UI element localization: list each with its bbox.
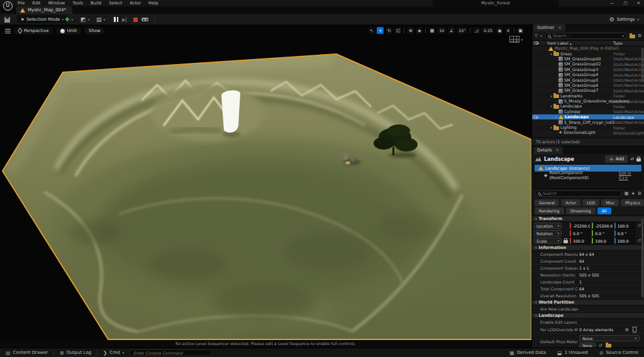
rotation-snap-toggle-icon[interactable]: ∠ <box>448 27 455 34</box>
viewport-layout-dropdown[interactable]: ▾ <box>509 36 523 43</box>
outliner-row[interactable]: ▾LandmarksFolder <box>532 94 644 99</box>
stop-button[interactable] <box>133 18 138 22</box>
add-component-button[interactable]: + Add <box>605 155 628 163</box>
favorites-icon[interactable]: ★ <box>631 191 635 196</box>
close-button[interactable]: ✕ <box>637 1 640 6</box>
lock-icon[interactable] <box>636 158 641 162</box>
outliner-search-input[interactable] <box>553 33 620 38</box>
expander-icon[interactable]: ▾ <box>549 126 553 129</box>
play-options-icon[interactable]: ⋮ <box>152 17 157 23</box>
minimize-button[interactable]: — <box>610 1 614 6</box>
viewport[interactable]: Perspective Unlit Show ↖+↻◱⊕◈▦10∠10°◿0.2… <box>0 25 531 348</box>
location-x-field[interactable]: -25200.0 <box>570 222 591 229</box>
rotation-snap-value[interactable]: 10° <box>457 27 467 34</box>
camera-speed-value[interactable]: 4 <box>505 27 511 34</box>
output-log-button[interactable]: ≣ Output Log <box>54 348 97 357</box>
lock-icon[interactable] <box>564 240 568 243</box>
details-search-input[interactable] <box>543 191 619 196</box>
menu-build[interactable]: Build <box>91 1 101 6</box>
rotate-tool-icon[interactable]: ↻ <box>386 27 392 34</box>
expander-icon[interactable]: ▾ <box>549 104 553 108</box>
create-folder-icon[interactable] <box>630 35 635 38</box>
project-name-tab[interactable]: Mystic_Forest <box>433 0 558 6</box>
expander-icon[interactable]: ▾ <box>549 52 553 56</box>
add-actor-dropdown[interactable]: ✚▾ <box>65 15 73 24</box>
category-pill-physics[interactable]: Physics <box>621 199 644 206</box>
scale-y-field[interactable]: 100.0 <box>592 238 613 244</box>
category-pill-general[interactable]: General <box>535 199 559 206</box>
select-tool-icon[interactable]: ↖ <box>368 27 375 34</box>
grid-snap-value[interactable]: 10 <box>437 27 446 34</box>
unsaved-button[interactable]: ⬓ 1 Unsaved <box>552 348 594 357</box>
settings-dropdown[interactable]: ⚙ Settings ▾ <box>609 15 639 24</box>
source-control-button[interactable]: ⊘ Source Control <box>594 348 644 357</box>
view-mode-dropdown[interactable]: Unlit <box>56 27 81 35</box>
maximize-viewport-icon[interactable]: ▣ <box>517 27 524 34</box>
outliner-row[interactable]: SM_GrassGroup3StaticMeshActor <box>532 67 644 72</box>
details-tab[interactable]: Details × <box>533 146 563 154</box>
maximize-button[interactable]: □ <box>623 1 627 6</box>
details-search-box[interactable] <box>535 190 622 197</box>
information-section-header[interactable]: Information <box>532 244 644 251</box>
display-filter-icon[interactable]: ▦ <box>625 191 629 196</box>
outliner-row[interactable]: SM_GrassGroup4StaticMeshActor <box>532 72 644 77</box>
menu-window[interactable]: Window <box>48 1 65 6</box>
blueprints-dropdown[interactable]: ◩▾ <box>80 15 89 24</box>
filter-icon[interactable]: ▽ <box>535 33 538 38</box>
edit-in-cpp-link[interactable]: Edit in C++ <box>619 171 640 180</box>
rotation-z-field[interactable]: 0.0 ° <box>614 230 635 236</box>
outliner-row[interactable]: S_Mossy_Gravestone_wjuedewqs_StaticMeshA… <box>532 99 644 104</box>
details-scrollbar[interactable] <box>641 219 643 297</box>
type-column[interactable]: Type <box>613 41 623 46</box>
outliner-row[interactable]: ▾LandscapeFolder <box>532 104 644 109</box>
show-dropdown[interactable]: Show <box>84 27 104 35</box>
world-coordinate-toggle-icon[interactable]: ⊕ <box>407 27 414 34</box>
content-drawer-button[interactable]: ▤ Content Drawer <box>0 348 53 357</box>
menu-edit[interactable]: Edit <box>32 1 40 6</box>
save-button[interactable] <box>4 15 10 24</box>
outliner-row[interactable]: ▾GrassFolder <box>532 51 644 56</box>
add-element-icon[interactable]: ⊕ <box>625 327 629 332</box>
outliner-row[interactable]: SM_GrassGroup7StaticMeshActor <box>532 88 644 93</box>
grid-snap-toggle-icon[interactable]: ▦ <box>428 27 435 34</box>
vr-preview-button[interactable] <box>142 18 148 21</box>
item-label-column[interactable]: Item Label <box>547 41 572 46</box>
location-dropdown[interactable]: Location▾ <box>534 222 562 229</box>
outliner-settings-icon[interactable]: ⚙ <box>638 33 641 38</box>
scale-x-field[interactable]: 100.0 <box>570 238 591 244</box>
scale-z-field[interactable]: 100.0 <box>614 238 635 244</box>
derived-data-button[interactable]: ▦ Derived Data <box>504 348 552 357</box>
world-partition-section-header[interactable]: World Partition <box>532 299 644 305</box>
outliner-row[interactable]: ▾LightingFolder <box>532 125 644 130</box>
outliner-row[interactable]: SM_GrassGroup02StaticMeshActor <box>532 62 644 67</box>
menu-select[interactable]: Select <box>109 1 122 6</box>
menu-file[interactable]: File <box>18 1 25 6</box>
surface-snapping-toggle-icon[interactable]: ◈ <box>416 27 423 34</box>
outliner-row[interactable]: CylinderStaticMeshActor <box>532 109 644 114</box>
outliner-tab[interactable]: Outliner × <box>533 24 565 31</box>
move-tool-icon[interactable]: + <box>377 27 384 34</box>
outliner-scrollbar[interactable] <box>641 48 643 82</box>
scale-snap-value[interactable]: 0.25 <box>482 27 494 34</box>
outliner-row[interactable]: S_Sharp_Cliff_rcygn_lod3StaticMeshActor <box>532 119 644 124</box>
visibility-eye-icon[interactable] <box>532 116 539 119</box>
category-pill-streaming[interactable]: Streaming <box>566 207 596 214</box>
close-icon[interactable]: × <box>558 25 561 30</box>
menu-actor[interactable]: Actor <box>130 1 141 6</box>
console-command-input[interactable] <box>130 349 211 356</box>
cmd-dropdown[interactable]: ❯ Cmd ▾ <box>97 348 130 357</box>
menu-tools[interactable]: Tools <box>72 1 83 6</box>
level-tab[interactable]: Mystic_Map_004* <box>16 6 72 14</box>
rotation-x-field[interactable]: 0.0 ° <box>570 230 591 236</box>
cinematics-dropdown[interactable]: ▤▾ <box>96 15 105 24</box>
category-pill-all[interactable]: All <box>597 207 611 214</box>
location-z-field[interactable]: 100.0 <box>614 222 635 229</box>
menu-help[interactable]: Help <box>148 1 158 6</box>
phys-material-dropdown[interactable]: None ▾ <box>579 335 640 341</box>
selection-mode-dropdown[interactable]: ➤ Selection Mode ▾ <box>17 15 67 23</box>
outliner-row[interactable]: SM_GrassGroup00StaticMeshActor <box>532 57 644 62</box>
category-pill-lod[interactable]: LOD <box>582 199 599 206</box>
convert-blueprint-icon[interactable]: ⇄ <box>630 157 634 162</box>
viewport-options-icon[interactable] <box>5 29 11 33</box>
rotation-y-field[interactable]: 0.0 ° <box>592 230 613 236</box>
